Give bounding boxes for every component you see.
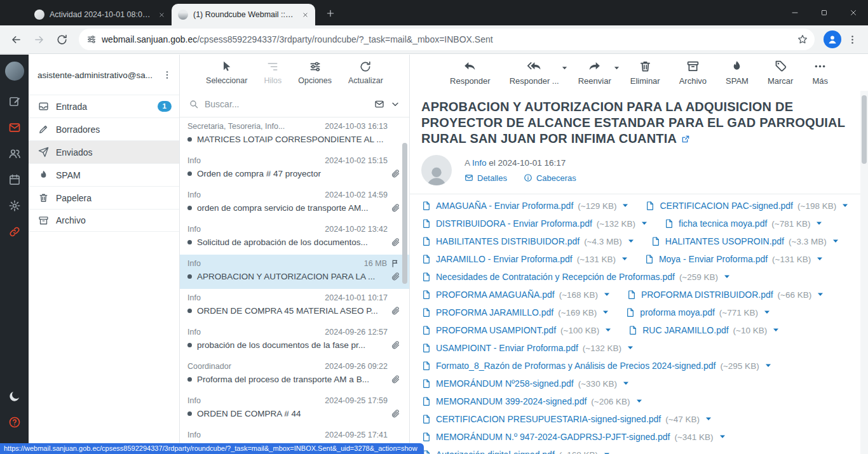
options-button[interactable]: Opciones: [298, 60, 332, 85]
attachment[interactable]: ficha tecnica moya.pdf (~781 KB): [664, 218, 822, 229]
help-icon[interactable]: [0, 409, 29, 435]
browser-tab-webmail[interactable]: (1) Roundcube Webmail :: Envia: [172, 4, 315, 25]
message-row[interactable]: Info 2024-10-02 15:15 Orden de compra # …: [180, 152, 409, 186]
attachment-menu-caret-icon[interactable]: [628, 238, 634, 244]
minimize-button[interactable]: [780, 0, 810, 25]
spam-button[interactable]: SPAM: [726, 60, 749, 86]
sidebar-item-archive[interactable]: Archivo: [29, 209, 179, 232]
threads-button[interactable]: Hilos: [264, 60, 281, 85]
sidebar-item-sent[interactable]: Enviados: [29, 140, 179, 163]
attachment[interactable]: PROFORMA JARAMILLO.pdf (~169 KB): [421, 307, 609, 317]
open-external-icon[interactable]: [681, 134, 691, 144]
dropdown-caret-icon[interactable]: [614, 65, 620, 71]
message-row[interactable]: Secretaria, Tesoreria, Info... 2024-10-0…: [180, 117, 409, 152]
attachment-menu-caret-icon[interactable]: [604, 451, 610, 454]
attachment[interactable]: CERTIFICACION PAC-signed.pdf (~198 KB): [645, 201, 848, 211]
attachment[interactable]: HALITANTES USOPROIN.pdf (~3.3 MB): [651, 236, 839, 246]
attachment[interactable]: MEMORANDUM 399-2024-signed.pdf (~206 KB): [421, 396, 642, 406]
sidebar-item-trash[interactable]: Papelera: [29, 186, 179, 209]
attachment-menu-caret-icon[interactable]: [842, 203, 848, 209]
attachment-menu-caret-icon[interactable]: [724, 274, 730, 280]
sidebar-item-inbox[interactable]: Entrada 1: [29, 95, 179, 117]
attachment[interactable]: Formato_8_Razón de Proformas y Análisis …: [421, 361, 771, 371]
tab-close-icon[interactable]: [300, 10, 310, 20]
search-scope-mail-icon[interactable]: [374, 99, 384, 109]
attachment[interactable]: JARAMILLO - Enviar Proforma.pdf (~131 KB…: [421, 254, 628, 264]
message-row[interactable]: Coordinador 2024-09-26 09:22 Proforma de…: [180, 357, 409, 392]
search-input[interactable]: [205, 99, 369, 109]
message-row[interactable]: Info 2024-10-02 14:59 orden de compra se…: [180, 186, 409, 220]
attachment-menu-caret-icon[interactable]: [641, 220, 648, 227]
reload-button[interactable]: [51, 29, 72, 50]
attachment-menu-caret-icon[interactable]: [764, 309, 770, 316]
attachment-menu-caret-icon[interactable]: [621, 256, 628, 262]
attachment[interactable]: PROFORMA USAMPIONT.pdf (~100 KB): [421, 325, 611, 335]
compose-icon[interactable]: [0, 88, 29, 114]
attachment[interactable]: Autorización digital-signed.pdf (~168 KB…: [421, 450, 610, 454]
attachment-menu-caret-icon[interactable]: [705, 416, 712, 422]
reply-all-button[interactable]: Responder ...: [510, 60, 559, 86]
attachment[interactable]: PROFORMA DISTRIBUIDOR.pdf (~66 KB): [627, 290, 824, 300]
chevron-down-icon[interactable]: [390, 99, 400, 109]
attachment-menu-caret-icon[interactable]: [773, 327, 779, 333]
attachment-menu-caret-icon[interactable]: [832, 238, 839, 244]
attachment[interactable]: PROFORMA AMAGUAÑA.pdf (~168 KB): [421, 290, 610, 300]
attachment[interactable]: HABILITANTES DISTRIBUIDOR.pdf (~4.3 MB): [421, 236, 634, 246]
delete-button[interactable]: Eliminar: [630, 60, 660, 86]
attachment-menu-caret-icon[interactable]: [719, 434, 726, 440]
dropdown-caret-icon[interactable]: [562, 65, 567, 71]
attachment[interactable]: DISTRIBUIDORA - Enviar Proforma.pdf (~13…: [421, 218, 648, 229]
bookmark-star-icon[interactable]: [797, 34, 808, 45]
sidebar-item-drafts[interactable]: Borradores: [29, 117, 179, 140]
attachment-menu-caret-icon[interactable]: [622, 203, 628, 209]
tab-close-icon[interactable]: [156, 10, 166, 20]
reply-button[interactable]: Responder: [450, 60, 491, 86]
list-scrollbar[interactable]: [402, 143, 407, 284]
settings-gear-icon[interactable]: [0, 192, 29, 218]
recipient-link[interactable]: Info: [472, 158, 487, 168]
attachment-menu-caret-icon[interactable]: [765, 363, 771, 369]
attachment-menu-caret-icon[interactable]: [816, 220, 822, 227]
dark-mode-moon-icon[interactable]: [0, 383, 29, 409]
browser-menu-icon[interactable]: [843, 30, 862, 49]
mail-scrollbar[interactable]: [862, 95, 867, 164]
attachment[interactable]: AMAGUAÑA - Enviar Proforma.pdf (~129 KB): [421, 201, 628, 211]
profile-avatar[interactable]: [824, 30, 841, 48]
message-row[interactable]: Info 2024-09-26 12:57 probación de los d…: [180, 323, 409, 357]
attachment-menu-caret-icon[interactable]: [817, 291, 824, 298]
message-row[interactable]: Info 16 MB APROBACION Y AUTORIZACION PAR…: [180, 255, 409, 289]
link-icon[interactable]: [0, 218, 29, 244]
attachment[interactable]: Necesidades de Contratación y Recepción …: [421, 272, 730, 282]
site-info-icon[interactable]: [86, 34, 97, 44]
attachment-menu-caret-icon[interactable]: [627, 345, 634, 351]
new-tab-button[interactable]: [322, 4, 339, 22]
logo-avatar[interactable]: [5, 62, 24, 81]
refresh-button[interactable]: Actualizar: [348, 60, 383, 85]
details-link[interactable]: Detalles: [465, 173, 507, 183]
archive-button[interactable]: Archivo: [679, 60, 707, 86]
attachment[interactable]: MEMORÁNDUM Nº258-signed.pdf (~330 KB): [421, 378, 629, 389]
mail-icon[interactable]: [0, 114, 29, 140]
select-button[interactable]: Seleccionar: [206, 60, 247, 85]
attachment[interactable]: proforma moya.pdf (~771 KB): [625, 307, 770, 317]
attachment-menu-caret-icon[interactable]: [604, 291, 610, 298]
attachment[interactable]: RUC JARAMILLO.pdf (~10 KB): [628, 325, 779, 335]
close-button[interactable]: [839, 0, 868, 25]
contacts-icon[interactable]: [0, 140, 29, 166]
attachment[interactable]: CERTIFICACION PRESUPUESTARIA-signed-sign…: [421, 414, 712, 424]
attachment-menu-caret-icon[interactable]: [623, 380, 629, 387]
attachment-menu-caret-icon[interactable]: [817, 256, 823, 262]
maximize-button[interactable]: [810, 0, 839, 25]
attachment-menu-caret-icon[interactable]: [602, 309, 609, 316]
sidebar-item-spam[interactable]: SPAM: [29, 163, 179, 186]
attachment[interactable]: Moya - Enviar Proforma.pdf (~131 KB): [644, 254, 823, 264]
attachment[interactable]: USAMPIOINT - Enviar Proforma.pdf (~132 K…: [421, 343, 634, 353]
message-row[interactable]: Info 2024-10-02 13:42 Solicitud de aprob…: [180, 220, 409, 255]
more-button[interactable]: Más: [812, 60, 828, 86]
account-menu-icon[interactable]: [160, 68, 174, 82]
browser-tab-activity[interactable]: Actividad 2024-10-01 08:00:00: [28, 4, 172, 25]
headers-link[interactable]: Cabeceras: [524, 173, 576, 183]
back-button[interactable]: [5, 29, 27, 50]
address-bar[interactable]: webmail.sanjuan.gob.ec/cpsess8592294337/…: [79, 29, 815, 50]
forward-button[interactable]: [28, 29, 50, 50]
